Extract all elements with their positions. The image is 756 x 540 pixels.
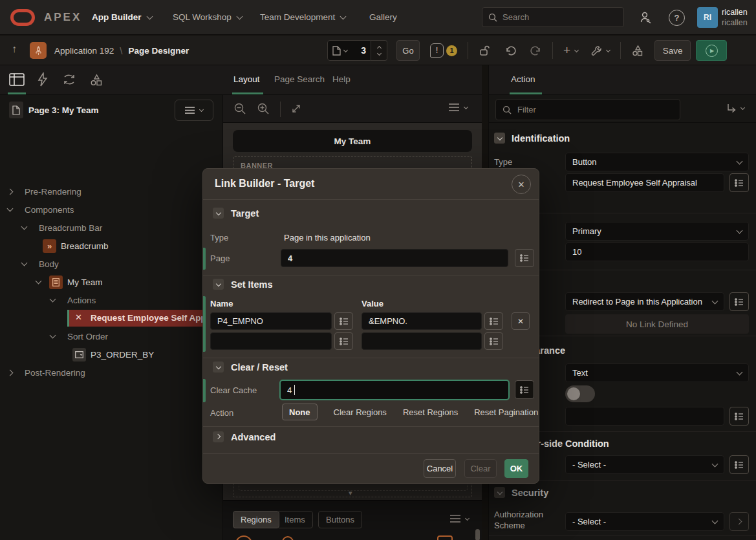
type-select[interactable]: Button	[565, 153, 749, 171]
page-selector[interactable]: 3	[327, 40, 371, 61]
button-name-input[interactable]	[565, 173, 724, 192]
undo-icon[interactable]	[504, 45, 517, 57]
sequence-input[interactable]	[565, 243, 749, 261]
layout-menu-button[interactable]	[449, 103, 468, 111]
action-select[interactable]: Redirect to Page in this Application	[565, 292, 724, 311]
tree-item-pre-rendering[interactable]: Pre-Rendering	[0, 183, 223, 201]
tab-action[interactable]: Action	[511, 74, 535, 84]
tree-item-components[interactable]: Components	[0, 201, 223, 219]
button-template-select[interactable]: Text	[565, 363, 749, 382]
collapse-button[interactable]	[213, 208, 224, 219]
redo-icon[interactable]	[530, 45, 542, 57]
nav-team-development[interactable]: Team Development	[260, 12, 345, 22]
run-button[interactable]: ▶	[696, 40, 727, 61]
tab-dynamic-actions[interactable]	[36, 72, 49, 87]
lov-button[interactable]	[334, 312, 353, 330]
global-search[interactable]	[482, 7, 624, 27]
expand-button[interactable]	[213, 431, 224, 442]
tree-item-actions[interactable]: Actions	[0, 292, 223, 310]
collapse-button[interactable]	[494, 133, 505, 144]
lov-button[interactable]	[334, 332, 353, 350]
gallery-menu-button[interactable]	[450, 515, 469, 523]
spinner-up-icon[interactable]	[376, 45, 381, 50]
nav-app-builder[interactable]: App Builder	[92, 12, 152, 22]
tab-rendering[interactable]	[9, 73, 25, 86]
goto-group-button[interactable]	[726, 103, 744, 113]
lov-button[interactable]	[729, 292, 749, 311]
hot-select[interactable]: Primary	[565, 222, 749, 241]
gallery-tab-regions[interactable]: Regions	[233, 511, 279, 528]
issues-button[interactable]: ! 1	[430, 43, 457, 58]
tree-item-breadcrumb-bar[interactable]: Breadcrumb Bar	[0, 219, 223, 237]
gallery-scrollbar[interactable]	[475, 529, 480, 540]
lock-icon[interactable]	[479, 45, 490, 56]
collapse-button[interactable]	[494, 487, 505, 498]
lov-button[interactable]	[515, 380, 534, 399]
tree-item-my-team[interactable]: My Team	[0, 274, 223, 292]
lov-button[interactable]	[729, 407, 749, 426]
tab-processing[interactable]	[62, 73, 76, 86]
lov-button[interactable]	[729, 173, 749, 192]
tab-shared-components[interactable]	[89, 72, 103, 87]
nav-gallery[interactable]: Gallery	[369, 12, 397, 22]
no-link-defined-button[interactable]: No Link Defined	[565, 314, 749, 334]
action-option-reset-regions[interactable]: Reset Regions	[403, 407, 458, 417]
tab-help[interactable]: Help	[332, 74, 351, 84]
avatar[interactable]: RI	[697, 7, 718, 28]
toggle-switch[interactable]	[565, 385, 595, 402]
clear-button[interactable]: Clear	[464, 459, 497, 478]
set-item-value-input-2[interactable]	[362, 332, 482, 350]
action-option-none[interactable]: None	[282, 404, 318, 420]
target-page-input[interactable]	[281, 249, 508, 267]
condition-type-select[interactable]: - Select -	[565, 455, 724, 474]
zoom-out-icon[interactable]	[233, 102, 246, 115]
filter-input[interactable]	[517, 105, 660, 114]
set-item-value-input-1[interactable]	[362, 312, 482, 330]
drill-button[interactable]	[729, 512, 749, 531]
tree-item-breadcrumb[interactable]: » Breadcrumb	[0, 237, 223, 255]
admin-icon[interactable]	[639, 10, 653, 25]
lov-button[interactable]	[515, 249, 534, 267]
tab-layout[interactable]: Layout	[233, 74, 260, 84]
action-option-clear-regions[interactable]: Clear Regions	[334, 407, 387, 417]
search-input[interactable]	[502, 12, 606, 22]
tree-item-post-rendering[interactable]: Post-Rendering	[0, 364, 223, 382]
expand-icon[interactable]	[290, 103, 302, 114]
gallery-tab-items[interactable]: Items	[277, 511, 313, 528]
tree-item-request-employee-self-appraisal[interactable]: ✕ Request Employee Self Apprais	[0, 310, 223, 327]
authorization-scheme-select[interactable]: - Select -	[565, 512, 724, 531]
lov-button[interactable]	[729, 455, 749, 474]
region-title-bar[interactable]: My Team	[233, 130, 472, 152]
modal-header[interactable]: Link Builder - Target ✕	[203, 169, 539, 199]
lov-button[interactable]	[484, 332, 503, 350]
filter-box[interactable]	[495, 99, 680, 120]
tree-item-body[interactable]: Body	[0, 255, 223, 274]
create-menu-button[interactable]: +	[563, 46, 578, 55]
tree-menu-button[interactable]	[175, 100, 213, 121]
go-button[interactable]: Go	[396, 40, 420, 61]
remove-row-button[interactable]: ✕	[512, 312, 530, 330]
up-arrow-icon[interactable]: ↑	[12, 43, 17, 55]
save-button[interactable]: Save	[654, 40, 691, 61]
zoom-in-icon[interactable]	[257, 102, 270, 115]
collapse-button[interactable]	[213, 362, 224, 373]
action-option-reset-pagination[interactable]: Reset Pagination	[474, 407, 538, 417]
collapse-button[interactable]	[213, 279, 224, 290]
icon-input[interactable]	[565, 407, 724, 426]
breadcrumb-app[interactable]: Application 192	[54, 46, 114, 56]
tree-item-p3-order-by[interactable]: P3_ORDER_BY	[0, 346, 223, 364]
clear-cache-input[interactable]	[287, 385, 494, 395]
close-button[interactable]: ✕	[512, 175, 531, 194]
tree-item-sort-order[interactable]: Sort Order	[0, 328, 223, 346]
utilities-menu-button[interactable]	[591, 45, 610, 56]
lov-button[interactable]	[484, 312, 503, 330]
shared-components-icon[interactable]	[631, 44, 644, 57]
spinner-down-icon[interactable]	[376, 50, 381, 55]
gallery-tab-buttons[interactable]: Buttons	[318, 511, 362, 528]
nav-sql-workshop[interactable]: SQL Workshop	[173, 12, 242, 22]
page-spinner[interactable]	[371, 40, 387, 61]
splitter-handle-icon[interactable]: ▾	[349, 489, 352, 497]
cancel-button[interactable]: Cancel	[424, 459, 456, 478]
ok-button[interactable]: OK	[504, 459, 528, 478]
set-item-name-input-2[interactable]	[210, 332, 332, 350]
